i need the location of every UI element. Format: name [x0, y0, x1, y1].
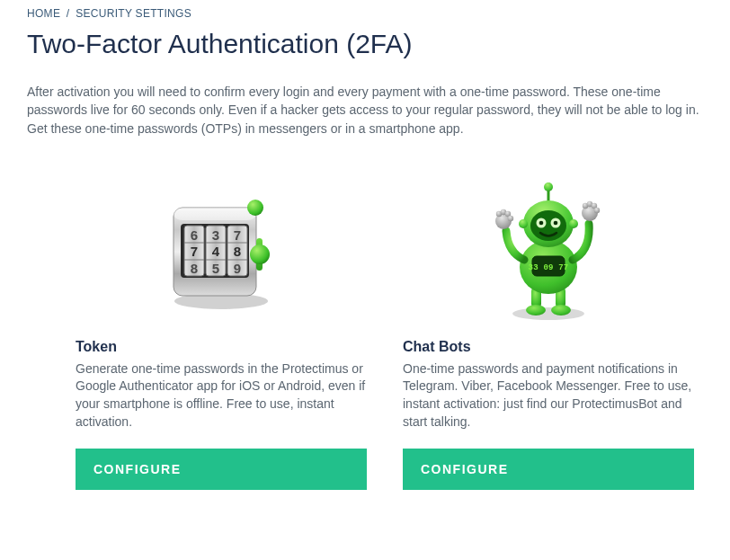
card-token: 6 7 8 3 4 5 7 8 9 [76, 172, 367, 490]
svg-text:8: 8 [234, 244, 241, 259]
svg-point-28 [526, 305, 546, 316]
svg-point-51 [569, 219, 578, 228]
svg-rect-2 [174, 208, 256, 220]
svg-point-29 [551, 305, 571, 316]
svg-point-43 [544, 182, 553, 191]
breadcrumb: HOME / SECURITY SETTINGS [27, 7, 703, 20]
breadcrumb-security-link[interactable]: SECURITY SETTINGS [76, 7, 191, 20]
breadcrumb-home-link[interactable]: HOME [27, 7, 60, 20]
card-chatbots: 33 09 77 [403, 172, 694, 490]
svg-text:7: 7 [191, 244, 198, 259]
svg-text:7: 7 [234, 227, 241, 243]
configure-token-button[interactable]: CONFIGURE [76, 449, 367, 490]
page-title: Two-Factor Authentication (2FA) [27, 29, 703, 59]
svg-point-48 [539, 221, 544, 226]
card-chatbots-desc: One-time passwords and payment notificat… [403, 360, 694, 431]
svg-point-49 [554, 221, 558, 226]
robot-display-code: 33 09 77 [529, 263, 569, 272]
svg-text:4: 4 [212, 244, 220, 259]
svg-point-36 [508, 216, 513, 221]
card-token-title: Token [76, 339, 367, 355]
svg-point-50 [519, 219, 528, 228]
configure-chatbots-button[interactable]: CONFIGURE [403, 449, 694, 490]
intro-text: After activation you will need to confir… [27, 83, 703, 138]
card-chatbots-title: Chat Bots [403, 339, 694, 355]
svg-point-24 [247, 200, 263, 216]
card-token-desc: Generate one-time passwords in the Prote… [76, 360, 367, 431]
svg-point-41 [594, 208, 600, 213]
svg-text:9: 9 [234, 261, 241, 276]
token-lock-icon: 6 7 8 3 4 5 7 8 9 [76, 172, 367, 324]
svg-text:5: 5 [212, 261, 219, 276]
svg-point-23 [250, 244, 270, 264]
breadcrumb-separator: / [67, 7, 70, 20]
svg-text:8: 8 [191, 261, 198, 276]
cards-row: 6 7 8 3 4 5 7 8 9 [27, 172, 703, 490]
chatbot-robot-icon: 33 09 77 [403, 172, 694, 324]
svg-text:3: 3 [212, 227, 219, 243]
svg-text:6: 6 [191, 227, 198, 243]
svg-point-25 [512, 307, 584, 320]
